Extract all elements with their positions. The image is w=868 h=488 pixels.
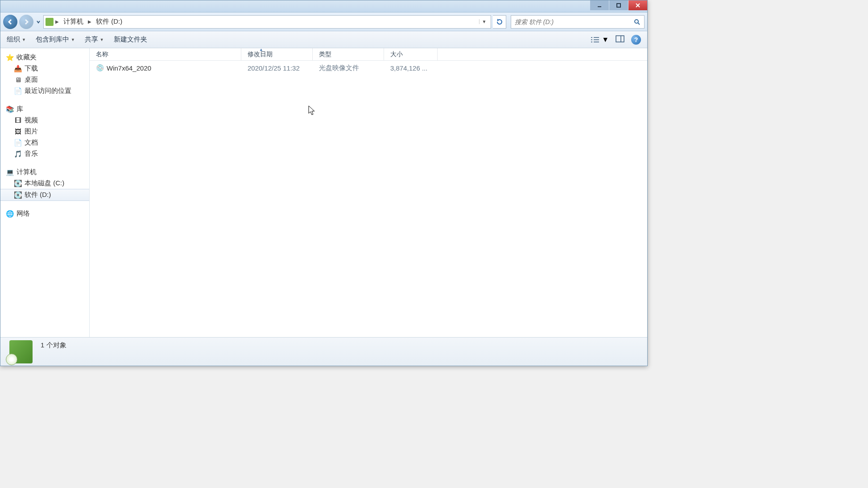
status-text: 1 个对象	[41, 338, 638, 350]
file-size-cell: 3,874,126 ...	[384, 64, 438, 72]
drive-icon	[45, 18, 54, 26]
file-list[interactable]: ▲ 名称 修改日期 类型 大小 💿Win7x64_2020 2020/12/25…	[90, 48, 647, 337]
sidebar-item-drive-c[interactable]: 💽本地磁盘 (C:)	[0, 178, 89, 189]
address-dropdown[interactable]: ▼	[479, 19, 489, 24]
column-header-name[interactable]: 名称	[90, 48, 241, 60]
svg-rect-12	[616, 36, 624, 42]
svg-point-4	[635, 20, 638, 23]
computer-icon: 💻	[6, 168, 14, 176]
column-header-type[interactable]: 类型	[313, 48, 384, 60]
drive-icon: 💽	[14, 191, 22, 199]
documents-icon: 📄	[14, 139, 22, 147]
breadcrumb-drive-d[interactable]: 软件 (D:)	[93, 16, 125, 28]
file-type-cell: 光盘映像文件	[313, 64, 384, 72]
share-button[interactable]: 共享▼	[85, 35, 104, 44]
pictures-icon: 🖼	[14, 128, 22, 136]
chevron-down-icon: ▼	[22, 38, 26, 42]
column-header-date[interactable]: 修改日期	[241, 48, 313, 60]
sidebar-computer[interactable]: 💻计算机	[0, 167, 89, 178]
music-icon: 🎵	[14, 150, 22, 158]
svg-rect-1	[617, 4, 620, 7]
file-row[interactable]: 💿Win7x64_2020 2020/12/25 11:32 光盘映像文件 3,…	[90, 61, 647, 75]
search-input[interactable]	[515, 18, 633, 25]
help-button[interactable]: ?	[631, 35, 641, 45]
disc-image-icon: 💿	[96, 64, 104, 72]
drive-icon: 💽	[14, 179, 22, 188]
search-field[interactable]	[511, 15, 645, 29]
file-date-cell: 2020/12/25 11:32	[241, 64, 313, 72]
include-in-library-button[interactable]: 包含到库中▼	[36, 35, 75, 44]
view-mode-button[interactable]: ▼	[590, 36, 609, 44]
chevron-down-icon: ▼	[602, 36, 609, 44]
minimize-button[interactable]	[590, 0, 609, 10]
back-button[interactable]	[3, 15, 17, 29]
separator-icon: ▶	[86, 19, 93, 24]
chevron-down-icon: ▼	[100, 38, 104, 42]
address-bar: ▶ 计算机 ▶ 软件 (D:) ▼	[0, 13, 647, 31]
column-header-size[interactable]: 大小	[384, 48, 438, 60]
titlebar	[0, 0, 647, 13]
video-icon: 🎞	[14, 117, 22, 125]
toolbar: 组织▼ 包含到库中▼ 共享▼ 新建文件夹 ▼ ?	[0, 31, 647, 48]
sidebar-item-pictures[interactable]: 🖼图片	[0, 126, 89, 137]
statusbar: 1 个对象	[0, 337, 647, 366]
organize-button[interactable]: 组织▼	[7, 35, 26, 44]
mouse-cursor	[308, 105, 316, 118]
refresh-button[interactable]	[493, 15, 506, 29]
recent-icon: 📄	[14, 87, 22, 95]
search-icon	[633, 18, 641, 25]
svg-line-5	[638, 23, 640, 25]
sidebar-item-desktop[interactable]: 🖥桌面	[0, 74, 89, 85]
sidebar-favorites[interactable]: ⭐收藏夹	[0, 52, 89, 63]
maximize-button[interactable]	[609, 0, 628, 10]
file-name-cell: 💿Win7x64_2020	[90, 64, 241, 72]
drive-large-icon	[9, 340, 33, 363]
sort-indicator-icon: ▲	[259, 48, 263, 52]
sidebar-libraries[interactable]: 📚库	[0, 104, 89, 115]
sidebar-item-videos[interactable]: 🎞视频	[0, 115, 89, 126]
sidebar-item-downloads[interactable]: 📥下载	[0, 63, 89, 74]
libraries-icon: 📚	[6, 105, 14, 113]
chevron-down-icon: ▼	[71, 38, 75, 42]
navigation-pane[interactable]: ⭐收藏夹 📥下载 🖥桌面 📄最近访问的位置 📚库 🎞视频 🖼图片 📄文档 🎵音乐…	[0, 48, 90, 337]
column-headers: ▲ 名称 修改日期 类型 大小	[90, 48, 647, 61]
star-icon: ⭐	[6, 54, 14, 62]
downloads-icon: 📥	[14, 65, 22, 73]
sidebar-item-documents[interactable]: 📄文档	[0, 137, 89, 148]
preview-pane-button[interactable]	[615, 35, 625, 45]
sidebar-item-drive-d[interactable]: 💽软件 (D:)	[0, 189, 89, 201]
desktop-icon: 🖥	[14, 76, 22, 84]
close-button[interactable]	[628, 0, 647, 10]
explorer-window: ▶ 计算机 ▶ 软件 (D:) ▼ 组织▼ 包含到库中▼ 共享▼ 新建文件夹 ▼…	[0, 0, 648, 366]
address-field[interactable]: ▶ 计算机 ▶ 软件 (D:) ▼	[43, 15, 491, 29]
sidebar-item-music[interactable]: 🎵音乐	[0, 148, 89, 159]
sidebar-network[interactable]: 🌐网络	[0, 208, 89, 219]
body-area: ⭐收藏夹 📥下载 🖥桌面 📄最近访问的位置 📚库 🎞视频 🖼图片 📄文档 🎵音乐…	[0, 48, 647, 337]
sidebar-item-recent[interactable]: 📄最近访问的位置	[0, 85, 89, 96]
forward-button[interactable]	[19, 15, 33, 29]
breadcrumb-computer[interactable]: 计算机	[61, 16, 86, 28]
history-dropdown[interactable]	[35, 15, 41, 29]
network-icon: 🌐	[6, 210, 14, 218]
new-folder-button[interactable]: 新建文件夹	[114, 35, 147, 44]
separator-icon: ▶	[54, 19, 61, 24]
